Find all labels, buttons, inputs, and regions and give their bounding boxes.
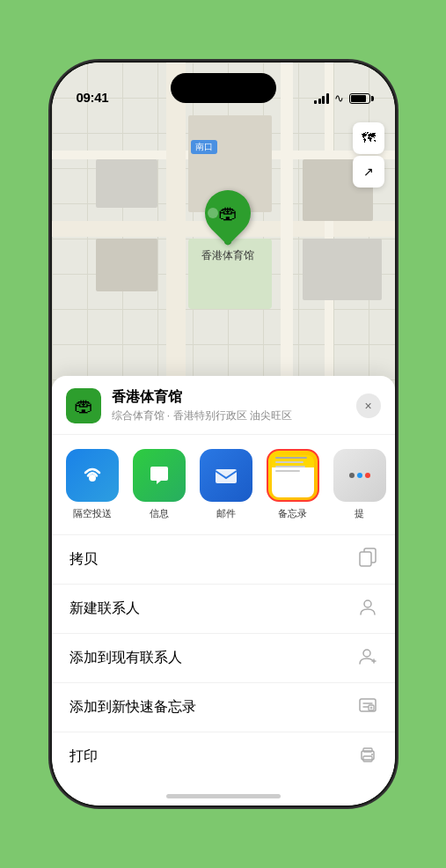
action-notes[interactable]: 备忘录 <box>263 449 323 520</box>
close-button[interactable]: × <box>356 394 381 418</box>
venue-emoji-icon: 🏟 <box>74 394 93 417</box>
more-icon <box>333 449 386 502</box>
add-contact-label: 添加到现有联系人 <box>69 649 182 667</box>
list-item-quick-note[interactable]: 添加到新快速备忘录 <box>52 683 395 732</box>
status-icons: ∿ <box>314 92 370 105</box>
action-mail[interactable]: 邮件 <box>196 449 256 520</box>
notes-label: 备忘录 <box>278 507 307 520</box>
bottom-sheet: 🏟 香港体育馆 综合体育馆 · 香港特别行政区 油尖旺区 × <box>52 376 395 805</box>
quick-note-label: 添加到新快速备忘录 <box>69 698 196 717</box>
notes-icon <box>267 449 319 502</box>
building-4 <box>96 239 157 291</box>
more-label: 提 <box>355 507 364 520</box>
dynamic-island <box>171 73 276 103</box>
svg-point-17 <box>371 754 373 755</box>
list-item-copy[interactable]: 拷贝 <box>52 535 395 585</box>
svg-rect-15 <box>363 756 372 761</box>
message-label: 信息 <box>150 507 169 520</box>
copy-icon <box>358 548 377 571</box>
phone-screen: 09:41 ∿ <box>52 63 395 805</box>
list-item-new-contact[interactable]: 新建联系人 <box>52 585 395 634</box>
svg-point-4 <box>364 600 371 607</box>
add-contact-icon <box>358 646 377 670</box>
map-layers-button[interactable]: 🗺 <box>353 122 384 154</box>
home-indicator <box>166 794 281 798</box>
svg-rect-16 <box>363 748 372 752</box>
print-icon <box>358 745 377 769</box>
status-time: 09:41 <box>77 90 109 105</box>
quick-note-icon <box>358 695 377 719</box>
marker-label: 香港体育馆 <box>201 248 254 263</box>
wifi-icon: ∿ <box>334 92 344 105</box>
copy-label: 拷贝 <box>69 550 98 569</box>
location-arrow-icon: ↗ <box>363 165 374 179</box>
action-more[interactable]: 提 <box>330 449 390 520</box>
venue-info: 香港体育馆 综合体育馆 · 香港特别行政区 油尖旺区 <box>112 388 356 423</box>
layers-icon: 🗺 <box>362 130 376 146</box>
building-1 <box>96 159 157 208</box>
map-controls: 🗺 ↗ <box>353 122 384 188</box>
map-location-button[interactable]: ↗ <box>353 156 384 188</box>
svg-rect-1 <box>216 469 237 483</box>
airdrop-icon <box>66 449 119 502</box>
mail-label: 邮件 <box>216 507 236 520</box>
venue-marker-icon: 🏟 <box>218 202 238 224</box>
svg-rect-3 <box>360 552 371 566</box>
phone-frame: 09:41 ∿ <box>52 63 395 805</box>
venue-subtitle: 综合体育馆 · 香港特别行政区 油尖旺区 <box>112 408 356 423</box>
new-contact-label: 新建联系人 <box>69 600 140 618</box>
svg-point-5 <box>363 650 370 657</box>
list-item-add-contact[interactable]: 添加到现有联系人 <box>52 634 395 683</box>
message-icon <box>133 449 186 502</box>
location-marker[interactable]: 🏟 香港体育馆 <box>201 190 254 263</box>
venue-icon: 🏟 <box>66 388 101 423</box>
south-entrance-label: 南口 <box>191 140 217 154</box>
actions-row: 隔空投送 信息 <box>52 435 395 535</box>
building-5 <box>303 239 382 300</box>
airdrop-label: 隔空投送 <box>73 507 112 520</box>
sheet-header: 🏟 香港体育馆 综合体育馆 · 香港特别行政区 油尖旺区 × <box>52 376 395 435</box>
svg-point-0 <box>89 474 96 482</box>
list-items: 拷贝 新建联系人 <box>52 535 395 781</box>
print-label: 打印 <box>69 747 98 766</box>
signal-icon <box>314 93 329 104</box>
list-item-print[interactable]: 打印 <box>52 732 395 781</box>
marker-pin: 🏟 <box>195 180 260 246</box>
venue-name: 香港体育馆 <box>112 388 356 407</box>
mail-icon <box>200 449 252 502</box>
action-message[interactable]: 信息 <box>129 449 189 520</box>
new-contact-icon <box>358 597 377 621</box>
action-airdrop[interactable]: 隔空投送 <box>62 449 122 520</box>
battery-icon <box>349 93 370 104</box>
